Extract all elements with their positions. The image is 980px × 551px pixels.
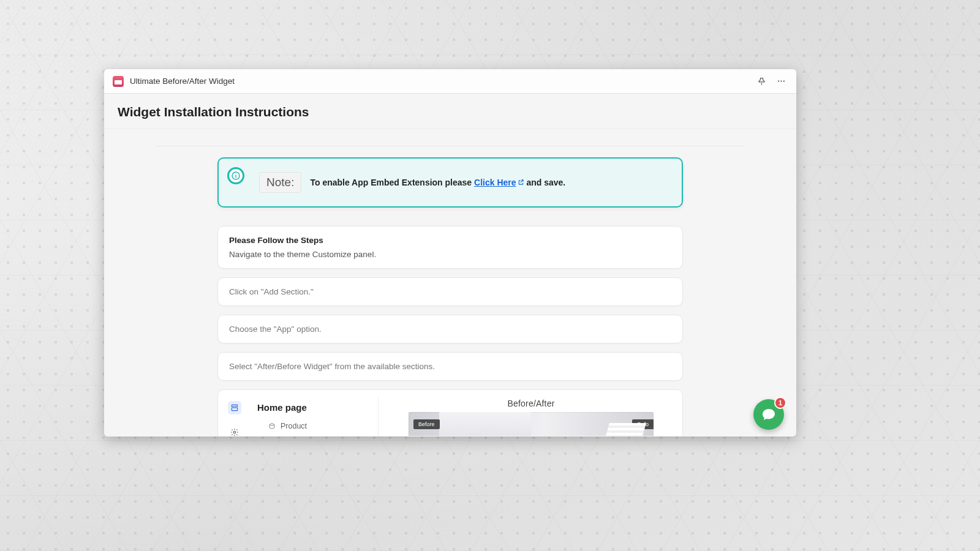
svg-rect-7 [232,408,237,411]
step-text: Choose the "App" option. [229,324,322,334]
chat-badge: 1 [774,397,786,409]
app-logo-icon [113,76,124,87]
external-link-icon [518,178,524,184]
svg-point-0 [778,80,779,81]
step-text: Select "After/Before Widget" from the av… [229,362,435,371]
editor-preview-pane: Before/After Before Befo [387,397,675,436]
chat-button[interactable]: 1 [753,399,784,430]
more-menu-icon[interactable] [774,75,788,88]
steps-lead: Please Follow the Steps [229,236,671,245]
svg-point-5 [235,173,236,174]
after-tag-clipped: Befo [632,419,654,429]
tree-item-collection[interactable]: Collection [255,433,373,436]
title-bar: Ultimate Before/After Widget [104,69,796,94]
before-after-image: Before Befo [409,412,654,436]
click-here-link[interactable]: Click Here [474,178,524,187]
step-card-2: Click on "Add Section." [217,277,683,306]
step-text: Click on "Add Section." [229,287,314,296]
settings-rail-icon[interactable] [228,425,241,436]
content-area: Note: To enable App Embed Extension plea… [104,129,796,436]
tree-item-product[interactable]: Product [255,419,373,433]
app-window: Ultimate Before/After Widget Widget Inst… [104,69,796,437]
divider [156,146,744,146]
editor-left-panel: Home page Product Collection [252,397,379,436]
info-icon [227,167,244,184]
page-title: Widget Installation Instructions [104,94,796,129]
sections-rail-icon[interactable] [228,401,241,414]
note-callout: Note: To enable App Embed Extension plea… [217,157,683,208]
svg-point-2 [783,80,784,81]
svg-point-1 [780,80,782,81]
step-card-3: Choose the "App" option. [217,315,683,343]
app-name: Ultimate Before/After Widget [130,77,235,86]
note-text-suffix: and save. [524,178,566,187]
editor-panel-title: Home page [255,400,373,419]
before-tag: Before [413,419,440,429]
note-text-prefix: To enable App Embed Extension please [310,178,474,187]
note-text: To enable App Embed Extension please Cli… [310,178,565,187]
preview-section-title: Before/After [507,397,554,412]
theme-editor-preview: Home page Product Collection Before/Afte… [217,389,683,436]
step-text: Navigate to the theme Customize panel. [229,250,376,259]
step-card-1: Please Follow the Steps Navigate to the … [217,226,683,269]
click-here-link-text: Click Here [474,178,516,187]
editor-side-rail [225,397,244,436]
pin-icon[interactable] [755,75,768,88]
step-card-4: Select "After/Before Widget" from the av… [217,352,683,381]
note-label: Note: [259,172,301,193]
svg-rect-6 [232,405,237,407]
svg-point-8 [233,431,236,433]
tree-item-label: Product [281,422,307,430]
